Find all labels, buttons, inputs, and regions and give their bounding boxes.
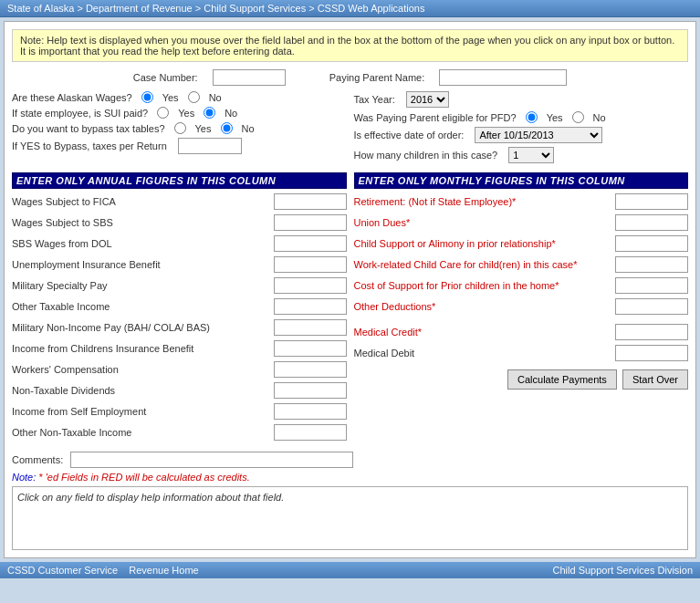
cssd-link[interactable]: CSSD Customer Service: [7, 565, 118, 576]
sbs-dol-label: SBS Wages from DOL: [12, 237, 274, 250]
tax-year-select[interactable]: 2016 2015 2014 2017: [406, 91, 449, 108]
start-over-button[interactable]: Start Over: [622, 369, 688, 390]
self-employment-input[interactable]: [274, 403, 347, 420]
comments-input[interactable]: [70, 452, 353, 468]
medical-debit-input[interactable]: [615, 345, 688, 361]
alaskan-yes-label: Yes: [162, 92, 179, 103]
wages-fica-row: Wages Subject to FICA: [12, 192, 347, 211]
breadcrumb: State of Alaska > Department of Revenue …: [7, 3, 424, 14]
childrens-insurance-input[interactable]: [274, 340, 347, 357]
sbs-dol-input[interactable]: [274, 235, 347, 252]
comments-row: Comments:: [12, 452, 688, 468]
monthly-header: Enter Only Monthly Figures in this colum…: [354, 172, 689, 189]
effective-date-select[interactable]: After 10/15/2013 Before 10/15/2013: [475, 127, 602, 143]
paying-parent-input[interactable]: [439, 69, 567, 86]
credit-note-red: * 'ed Fields in RED will be calculated a…: [38, 472, 249, 483]
tax-year-label: Tax Year:: [354, 94, 395, 105]
num-children-row: How many children in this case? 1234 567…: [354, 147, 689, 163]
self-employment-row: Income from Self Employment: [12, 402, 347, 421]
wages-sbs-label: Wages Subject to SBS: [12, 216, 274, 229]
bypass-label: Do you want to bypass tax tables?: [12, 123, 165, 134]
other-deductions-input[interactable]: [615, 298, 688, 315]
other-taxable-label: Other Taxable Income: [12, 300, 274, 313]
wages-fica-input[interactable]: [274, 193, 347, 210]
military-pay-row: Military Specialty Pay: [12, 276, 347, 295]
annual-column: Enter Only Annual Figures in this column…: [12, 172, 347, 444]
breadcrumb-bar: State of Alaska > Department of Revenue …: [0, 0, 700, 17]
top-form-section: Are these Alaskan Wages? Yes No If state…: [12, 91, 688, 167]
alaskan-no-label: No: [209, 92, 222, 103]
help-box: Click on any field to display help infor…: [12, 486, 688, 550]
pfd-no-radio[interactable]: [572, 111, 584, 123]
military-nonincome-input[interactable]: [274, 319, 347, 336]
comments-label: Comments:: [12, 454, 63, 465]
prior-children-input[interactable]: [615, 277, 688, 294]
medical-debit-label: Medical Debit: [354, 347, 616, 359]
other-nontaxable-input[interactable]: [274, 424, 347, 441]
retirement-row: Retirement: (Not if State Employee)*: [354, 192, 689, 211]
pfd-yes-radio[interactable]: [526, 111, 538, 123]
division-label: Child Support Services Division: [553, 565, 693, 576]
union-dues-row: Union Dues*: [354, 213, 689, 232]
bypass-no-label: No: [242, 123, 255, 134]
childcare-input[interactable]: [615, 256, 688, 273]
unemployment-label: Unemployment Insurance Benefit: [12, 258, 274, 271]
sui-row: If state employee, is SUI paid? Yes No: [12, 107, 347, 119]
retirement-input[interactable]: [615, 193, 688, 210]
annual-header: Enter Only Annual Figures in this column: [12, 172, 347, 189]
unemployment-input[interactable]: [274, 256, 347, 273]
prior-children-label: Cost of Support for Prior children in th…: [354, 279, 616, 292]
childrens-insurance-label: Income from Childrens Insurance Benefit: [12, 342, 274, 355]
retirement-label: Retirement: (Not if State Employee)*: [354, 195, 616, 208]
note-box: Note: Help text is displayed when you mo…: [12, 29, 688, 62]
num-children-label: How many children in this case?: [354, 150, 498, 161]
calculate-button[interactable]: Calculate Payments: [507, 369, 617, 390]
workers-comp-input[interactable]: [274, 361, 347, 378]
alaskan-wages-row: Are these Alaskan Wages? Yes No: [12, 91, 347, 103]
bypass-return-input[interactable]: [178, 138, 242, 154]
calc-row: Calculate Payments Start Over: [354, 369, 689, 390]
alaskan-no-radio[interactable]: [188, 91, 200, 103]
pfd-no-label: No: [593, 112, 606, 123]
sui-no-label: No: [225, 108, 237, 119]
other-taxable-input[interactable]: [274, 298, 347, 315]
bypass-yes-radio[interactable]: [174, 122, 186, 134]
case-number-label: Case Number:: [133, 72, 198, 83]
case-number-input[interactable]: [213, 69, 286, 86]
wages-sbs-row: Wages Subject to SBS: [12, 213, 347, 232]
case-number-row: Case Number: Paying Parent Name:: [12, 69, 688, 86]
bypass-no-radio[interactable]: [221, 122, 233, 134]
revenue-link[interactable]: Revenue Home: [129, 565, 198, 576]
military-pay-label: Military Specialty Pay: [12, 279, 274, 292]
childcare-row: Work-related Child Care for child(ren) i…: [354, 255, 689, 274]
nontaxable-dividends-input[interactable]: [274, 382, 347, 399]
other-nontaxable-row: Other Non-Taxable Income: [12, 423, 347, 442]
bottom-links: CSSD Customer Service Revenue Home: [7, 565, 199, 576]
top-form-left: Are these Alaskan Wages? Yes No If state…: [12, 91, 347, 167]
child-support-input[interactable]: [615, 235, 688, 252]
alaskan-wages-label: Are these Alaskan Wages?: [12, 92, 132, 103]
military-pay-input[interactable]: [274, 277, 347, 294]
medical-credit-label: Medical Credit*: [354, 326, 616, 338]
bypass-yes-label: Yes: [195, 123, 212, 134]
num-children-select[interactable]: 1234 5678 910: [508, 147, 554, 163]
union-dues-input[interactable]: [615, 214, 688, 231]
workers-comp-label: Workers' Compensation: [12, 363, 274, 376]
sbs-dol-row: SBS Wages from DOL: [12, 234, 347, 253]
pfd-yes-label: Yes: [547, 112, 563, 123]
tax-year-row: Tax Year: 2016 2015 2014 2017: [354, 91, 689, 108]
help-text: Click on any field to display help infor…: [17, 492, 284, 503]
nontaxable-dividends-label: Non-Taxable Dividends: [12, 384, 274, 397]
wages-sbs-input[interactable]: [274, 214, 347, 231]
sui-yes-radio[interactable]: [157, 107, 169, 119]
sui-no-radio[interactable]: [204, 107, 215, 119]
medical-credit-input[interactable]: [615, 324, 688, 340]
effective-date-row: Is effective date of order: After 10/15/…: [354, 127, 689, 143]
child-support-label: Child Support or Alimony in prior relati…: [354, 237, 616, 250]
self-employment-label: Income from Self Employment: [12, 405, 274, 418]
alaskan-yes-radio[interactable]: [141, 91, 153, 103]
nontaxable-dividends-row: Non-Taxable Dividends: [12, 381, 347, 400]
other-nontaxable-label: Other Non-Taxable Income: [12, 426, 274, 439]
childcare-label: Work-related Child Care for child(ren) i…: [354, 258, 616, 271]
main-content: Note: Help text is displayed when you mo…: [4, 21, 696, 558]
